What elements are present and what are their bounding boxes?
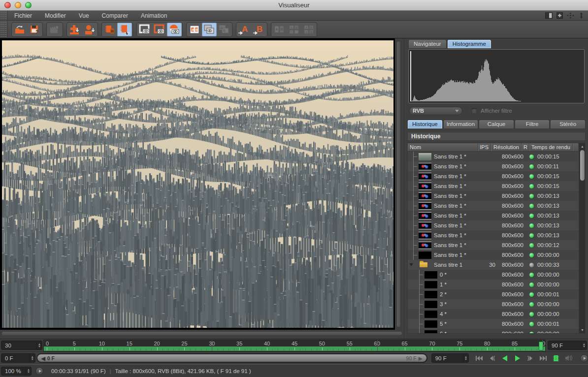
stepper-arrows-icon[interactable]: ▲▼ [581,341,587,349]
save-single-frame-button[interactable] [82,23,97,36]
table-row[interactable]: 1 *800x60000:00:00 [408,280,579,289]
table-row[interactable]: Sans titre 1 *800x60000:00:15 [408,171,579,181]
menu-item-fichier[interactable]: Fichier [8,11,38,20]
table-row[interactable]: Sans titre 1 *800x60000:00:13 [408,201,579,211]
preview-range-track[interactable]: ◀0 F 90 F▶ [36,353,427,363]
stepper-arrows-icon[interactable]: ▲▼ [26,367,31,375]
scroll-up-icon[interactable]: ▲ [580,144,585,149]
table-row[interactable]: Sans titre 1 *800x60000:00:13 [408,191,579,201]
zoom-spinner[interactable]: 100 % ▲▼ [1,367,32,376]
menu-item-comparer[interactable]: Comparer [96,11,134,20]
ab-link-button[interactable]: AB [217,23,231,36]
table-row[interactable]: 6 *800x60000:00:00 [408,329,579,333]
range-right-handle-icon[interactable]: ▶ [419,355,423,361]
table-row[interactable]: 4 *800x60000:00:00 [408,309,579,319]
ab-box-button[interactable]: AB [187,23,202,36]
ruler-label-70: 70 [429,341,435,346]
show-ab-compare-button[interactable] [167,23,182,36]
column-header-r[interactable]: R [522,143,529,151]
column-header-ips[interactable]: IPS [478,143,491,151]
table-row[interactable]: Sans titre 130800x60000:00:33 [408,260,579,270]
table-row[interactable]: Sans titre 1 *800x60000:00:15 [408,152,579,161]
tab-information[interactable]: Information [443,120,479,128]
tab-histogramme[interactable]: Histogramme [447,39,491,48]
stepper-arrows-icon[interactable]: ▲▼ [36,341,42,349]
menu-item-animation[interactable]: Animation [134,11,173,20]
ruler-label-10: 10 [99,341,105,346]
rendered-image[interactable] [0,38,395,330]
column-header-temps-de-rendu[interactable]: Temps de rendu [529,143,573,151]
goto-start-button[interactable] [474,354,485,363]
fps-spinner[interactable]: 30 ▲▼ [1,341,42,350]
make-preview-button[interactable] [47,23,62,36]
row-resolution: 800x600 [497,252,527,258]
playback-options-button[interactable] [580,354,588,362]
column-header-résolution[interactable]: Résolution [491,143,522,151]
menubar-grip-handle[interactable] [0,11,8,20]
expand-triangle-icon[interactable] [409,263,413,266]
tab-historique[interactable]: Historique [407,120,443,128]
goto-end-button[interactable] [538,354,549,363]
current-frame-spinner[interactable]: 0 F ▲▼ [1,353,35,363]
set-compare-a-button[interactable]: A [237,23,252,36]
save-image-button[interactable]: ? [27,23,42,36]
range-left-handle-icon[interactable]: ◀ [41,355,45,361]
timeline-playhead[interactable] [539,342,543,350]
previous-frame-button[interactable] [487,354,497,363]
ab-sync-button[interactable]: AB [287,23,301,36]
table-row[interactable]: Sans titre 1 *800x60000:00:13 [408,211,579,220]
show-filter-checkbox[interactable] [471,108,477,114]
ram-play-toggle[interactable] [551,354,561,363]
scroll-down-icon[interactable]: ▼ [580,327,585,333]
table-row[interactable]: Sans titre 1 *800x60000:00:00 [408,250,579,260]
toolbar-grip-handle[interactable] [0,21,8,38]
ram-clear-button[interactable] [102,23,117,36]
stepper-arrows-icon[interactable]: ▲▼ [30,354,35,362]
channel-dropdown[interactable]: RVB [409,107,462,115]
table-row[interactable]: Sans titre 1 *800x60000:00:13 [408,230,579,240]
resize-vertical-icon[interactable] [578,12,585,19]
tab-filtre[interactable]: Filtre [515,120,550,128]
history-scrollbar-thumb[interactable] [580,150,585,181]
image-vertical-scrollbar[interactable] [397,41,400,327]
table-row[interactable]: 3 *800x60000:00:00 [408,299,579,309]
timeline-ruler[interactable]: 051015202530354045505560657075808590 [43,340,546,351]
ram-player-button[interactable]: 1·2 [117,23,132,36]
menu-item-modifier[interactable]: Modifier [38,11,72,20]
tab-calque[interactable]: Calque [479,120,514,128]
table-row[interactable]: 0 *800x60000:00:00 [408,270,579,280]
add-pane-icon[interactable] [556,12,563,19]
show-image-a-button[interactable] [137,23,152,36]
ab-frames-button[interactable] [202,23,217,36]
preview-range-slider[interactable]: ◀0 F 90 F▶ [37,354,426,362]
stepper-arrows-icon[interactable]: ▲▼ [463,354,468,362]
menu-item-vue[interactable]: Vue [72,11,96,20]
sound-mute-button[interactable] [563,354,574,363]
table-row[interactable]: 2 *800x60000:00:01 [408,289,579,299]
split-pane-icon[interactable] [545,12,553,19]
ab-align-button[interactable]: ABUB [301,23,316,36]
table-row[interactable]: Sans titre 1 *800x60000:00:15 [408,181,579,191]
history-scrollbar[interactable]: ▲ ▼ [579,143,585,333]
image-horizontal-scrollbar[interactable] [2,332,402,335]
table-row[interactable]: Sans titre 1 *800x60000:00:11 [408,161,579,171]
tab-navigateur[interactable]: Navigateur [408,39,447,48]
play-reverse-button[interactable] [499,354,510,363]
column-header-nom[interactable]: Nom [408,143,478,151]
show-image-b-button[interactable] [152,23,167,36]
table-row[interactable]: 5 *800x60000:00:01 [408,319,579,329]
row-name-cell: Sans titre 1 * [408,220,484,230]
range-end-spinner[interactable]: 90 F ▲▼ [431,353,469,363]
set-compare-b-button[interactable]: B [252,23,266,36]
table-row[interactable]: Sans titre 1 *800x60000:00:13 [408,220,579,230]
move-icon[interactable] [567,12,574,19]
open-file-button[interactable] [12,23,27,36]
tab-stéréo[interactable]: Stéréo [550,120,586,128]
ab-swap-button[interactable]: AB [272,23,287,36]
zoom-options-button[interactable] [35,367,43,375]
play-button[interactable] [512,354,523,363]
table-row[interactable]: Sans titre 1 *800x60000:00:12 [408,240,579,250]
save-all-frames-button[interactable] [67,23,82,36]
end-frame-spinner-top[interactable]: 90 F ▲▼ [548,341,587,350]
next-frame-button[interactable] [525,354,536,363]
